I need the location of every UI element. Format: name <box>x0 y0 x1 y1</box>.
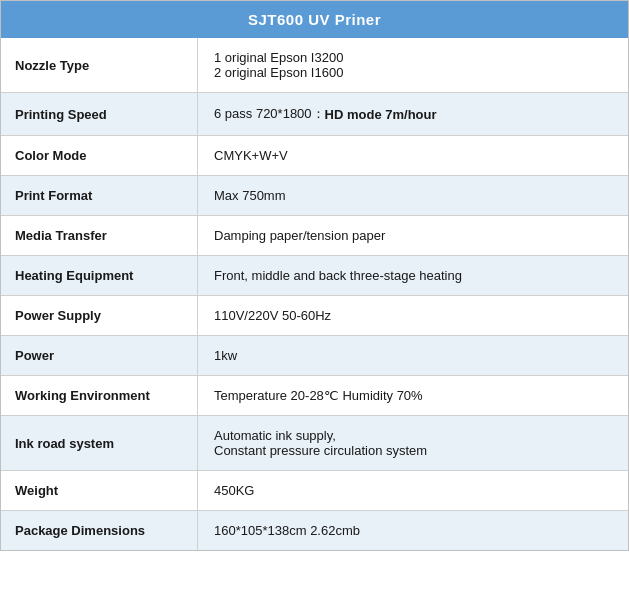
value-power: 1kw <box>198 336 628 375</box>
label-ink-road-system: Ink road system <box>1 416 198 470</box>
value-media-transfer: Damping paper/tension paper <box>198 216 628 255</box>
spec-row-ink-road-system: Ink road systemAutomatic ink supply,Cons… <box>1 416 628 471</box>
label-color-mode: Color Mode <box>1 136 198 175</box>
table-header: SJT600 UV Priner <box>1 1 628 38</box>
spec-row-printing-speed: Printing Speed6 pass 720*1800：HD mode 7m… <box>1 93 628 136</box>
label-heating-equipment: Heating Equipment <box>1 256 198 295</box>
spec-row-heating-equipment: Heating EquipmentFront, middle and back … <box>1 256 628 296</box>
value-working-environment: Temperature 20-28℃ Humidity 70% <box>198 376 628 415</box>
label-weight: Weight <box>1 471 198 510</box>
label-nozzle-type: Nozzle Type <box>1 38 198 92</box>
spec-row-color-mode: Color ModeCMYK+W+V <box>1 136 628 176</box>
value-color-mode: CMYK+W+V <box>198 136 628 175</box>
label-power-supply: Power Supply <box>1 296 198 335</box>
value-ink-road-system: Automatic ink supply,Constant pressure c… <box>198 416 628 470</box>
label-printing-speed: Printing Speed <box>1 93 198 135</box>
label-power: Power <box>1 336 198 375</box>
spec-row-power-supply: Power Supply110V/220V 50-60Hz <box>1 296 628 336</box>
spec-row-nozzle-type: Nozzle Type1 original Epson I32002 origi… <box>1 38 628 93</box>
spec-row-working-environment: Working EnvironmentTemperature 20-28℃ Hu… <box>1 376 628 416</box>
table-title: SJT600 UV Priner <box>248 11 381 28</box>
label-print-format: Print Format <box>1 176 198 215</box>
value-printing-speed: 6 pass 720*1800：HD mode 7m/hour <box>198 93 628 135</box>
value-prefix-printing-speed: 6 pass 720*1800： <box>214 105 325 123</box>
value-nozzle-type: 1 original Epson I32002 original Epson I… <box>198 38 628 92</box>
value-power-supply: 110V/220V 50-60Hz <box>198 296 628 335</box>
spec-row-weight: Weight450KG <box>1 471 628 511</box>
spec-row-package-dimensions: Package Dimensions160*105*138cm 2.62cmb <box>1 511 628 550</box>
spec-row-print-format: Print FormatMax 750mm <box>1 176 628 216</box>
value-package-dimensions: 160*105*138cm 2.62cmb <box>198 511 628 550</box>
label-package-dimensions: Package Dimensions <box>1 511 198 550</box>
value-heating-equipment: Front, middle and back three-stage heati… <box>198 256 628 295</box>
label-media-transfer: Media Transfer <box>1 216 198 255</box>
label-working-environment: Working Environment <box>1 376 198 415</box>
spec-table: SJT600 UV Priner Nozzle Type1 original E… <box>0 0 629 551</box>
value-bold-printing-speed: HD mode 7m/hour <box>325 107 437 122</box>
value-weight: 450KG <box>198 471 628 510</box>
value-print-format: Max 750mm <box>198 176 628 215</box>
spec-row-media-transfer: Media TransferDamping paper/tension pape… <box>1 216 628 256</box>
spec-row-power: Power1kw <box>1 336 628 376</box>
